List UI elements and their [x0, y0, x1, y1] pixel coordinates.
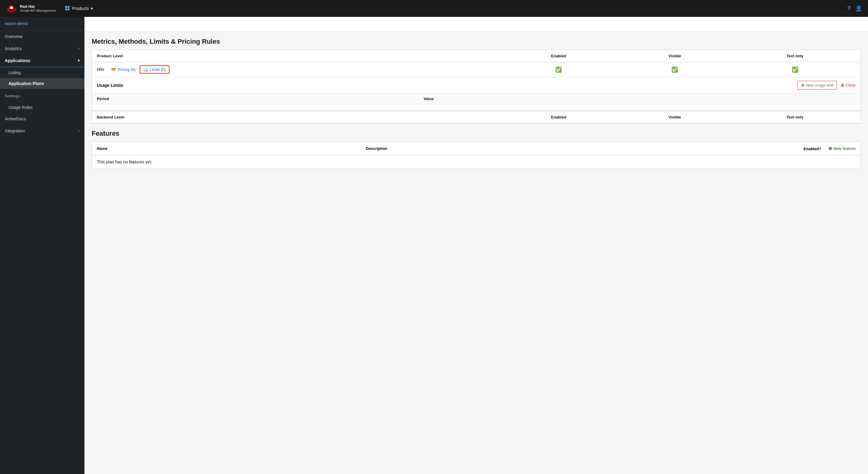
new-usage-label: New usage limit [806, 83, 834, 88]
new-usage-limit-button[interactable]: ⊕ New usage limit [798, 81, 837, 90]
product-level-col: Product Level [92, 50, 497, 62]
period-col-header: Period [92, 93, 418, 104]
user-icon[interactable]: 👤 [855, 5, 862, 12]
backend-enabled-col: Enabled [497, 111, 620, 123]
products-label: Products [72, 6, 89, 11]
sidebar-item-activedocs[interactable]: ActiveDocs [0, 113, 85, 125]
integration-chevron-icon: › [79, 129, 80, 133]
usage-limits-row: Usage Limits ⊕ New usage limit ⊗ [92, 77, 861, 93]
svg-rect-7 [67, 8, 69, 10]
features-desc-col: Description [361, 142, 707, 155]
product-level-table: Product Level Enabled Visible Text only … [92, 50, 861, 123]
sidebar-applications-label: Applications [5, 58, 30, 63]
features-section-wrapper: Features Name Description Enabled? [85, 124, 868, 169]
sidebar-item-integration[interactable]: Integration › [0, 125, 85, 137]
period-value-header-row: Period Value [92, 93, 861, 104]
hits-enabled-check-icon: ✅ [555, 67, 562, 73]
actions-col-header [716, 93, 861, 104]
svg-rect-6 [65, 8, 67, 10]
hits-visible-cell: ✅ [620, 62, 730, 77]
hits-enabled-cell: ✅ [497, 62, 620, 77]
brand-subtitle: 3scale API Management [20, 9, 56, 13]
redhat-logo-icon [6, 3, 17, 14]
features-table: Name Description Enabled? ⊕ New feature [92, 142, 861, 168]
features-header-row: Name Description Enabled? ⊕ New feature [92, 142, 861, 155]
empty-usage-cell [92, 104, 861, 110]
limits-label: Limits (0) [150, 67, 165, 72]
products-chevron-icon: ▾ [91, 6, 93, 11]
features-table-wrap: Name Description Enabled? ⊕ New feature [92, 142, 861, 169]
svg-rect-5 [67, 6, 69, 8]
sidebar-analytics-label: Analytics [5, 46, 22, 51]
hits-label: Hits [97, 67, 104, 72]
pricing-label: Pricing (0) [118, 67, 135, 72]
value-col-header: Value [418, 93, 716, 104]
features-title: Features [92, 124, 861, 142]
sidebar-brand-section: wasm-demo [0, 17, 85, 30]
sidebar-settings-header: Settings [5, 94, 20, 98]
features-enabled-label: Enabled? [803, 147, 821, 151]
hits-textonly-check-icon: ✅ [792, 67, 798, 73]
backend-level-row: Backend Level Enabled Visible Text only [92, 111, 861, 123]
sidebar-item-overview[interactable]: Overview [0, 30, 85, 42]
backend-level-col: Backend Level [92, 111, 497, 123]
brand-name: Red Hat [20, 4, 56, 9]
analytics-chevron-icon: › [79, 46, 80, 51]
hits-textonly-cell: ✅ [730, 62, 861, 77]
features-name-col: Name [92, 142, 361, 155]
applications-chevron-icon: ▾ [78, 59, 80, 63]
sidebar-activedocs-label: ActiveDocs [5, 116, 26, 121]
products-grid-icon [65, 6, 70, 11]
pricing-button[interactable]: 💳 Pricing (0) [111, 67, 135, 72]
hits-row: Hits 💳 Pricing (0) 📊 Limits [92, 62, 861, 77]
sidebar-usage-rules-label: Usage Rules [8, 105, 33, 110]
metrics-table: Product Level Enabled Visible Text only … [92, 50, 861, 124]
hits-actions: 💳 Pricing (0) 📊 Limits (0) [111, 67, 169, 72]
metrics-section-title: Metrics, Methods, Limits & Pricing Rules [92, 32, 861, 50]
help-icon[interactable]: ? [847, 5, 850, 12]
sidebar-overview-label: Overview [5, 34, 22, 39]
sidebar-item-application-plans[interactable]: Application Plans [0, 78, 85, 89]
products-dropdown-button[interactable]: Products ▾ [62, 4, 96, 13]
features-enabled-col: Enabled? ⊕ New feature [707, 142, 861, 155]
brand-logo-area: Red Hat 3scale API Management [6, 3, 56, 14]
plus-icon: ⊕ [801, 82, 805, 88]
period-value-table: Period Value [92, 93, 861, 110]
main-content: Metrics, Methods, Limits & Pricing Rules… [85, 17, 868, 474]
sidebar-item-usage-rules[interactable]: Usage Rules [0, 102, 85, 113]
usage-limits-header-row: Usage Limits ⊕ New usage limit ⊗ [92, 77, 861, 111]
new-feature-plus-icon: ⊕ [828, 146, 832, 151]
svg-rect-4 [65, 6, 67, 8]
usage-limits-title: Usage Limits [97, 83, 123, 88]
sidebar-section-settings: Settings [0, 89, 85, 102]
limits-icon: 📊 [143, 67, 148, 72]
enabled-col-header: Enabled [497, 50, 620, 62]
pricing-icon: 💳 [111, 67, 116, 72]
sidebar-item-listing[interactable]: Listing [0, 67, 85, 78]
svg-rect-3 [9, 9, 13, 10]
new-feature-button[interactable]: ⊕ New feature [828, 146, 856, 151]
sidebar-integration-label: Integration [5, 128, 25, 133]
sidebar-item-analytics[interactable]: Analytics › [0, 42, 85, 55]
usage-limits-cell: Usage Limits ⊕ New usage limit ⊗ [92, 77, 861, 111]
features-empty-cell: This plan has no features yet. [92, 155, 861, 169]
top-nav-right: ? 👤 [847, 5, 862, 12]
text-only-col-header: Text only [730, 50, 861, 62]
visible-col-header: Visible [620, 50, 730, 62]
new-feature-action: ⊕ New feature [828, 147, 856, 151]
new-feature-label: New feature [833, 146, 856, 151]
top-action-bar [85, 17, 868, 32]
usage-limits-actions: ⊕ New usage limit ⊗ Close [798, 81, 856, 90]
limits-button[interactable]: 📊 Limits (0) [140, 65, 169, 73]
sidebar-listing-label: Listing [8, 70, 21, 75]
close-label: Close [846, 83, 856, 88]
brand-text: Red Hat 3scale API Management [20, 4, 56, 13]
sidebar-app-name[interactable]: wasm-demo [5, 21, 28, 26]
close-usage-limits-button[interactable]: ⊗ Close [841, 82, 856, 88]
sidebar: wasm-demo Overview Analytics › Applicati… [0, 17, 85, 474]
sidebar-item-applications[interactable]: Applications ▾ [0, 55, 85, 67]
backend-visible-col: Visible [620, 111, 730, 123]
product-level-header-row: Product Level Enabled Visible Text only [92, 50, 861, 62]
backend-textonly-col: Text only [730, 111, 861, 123]
features-empty-row: This plan has no features yet. [92, 155, 861, 169]
